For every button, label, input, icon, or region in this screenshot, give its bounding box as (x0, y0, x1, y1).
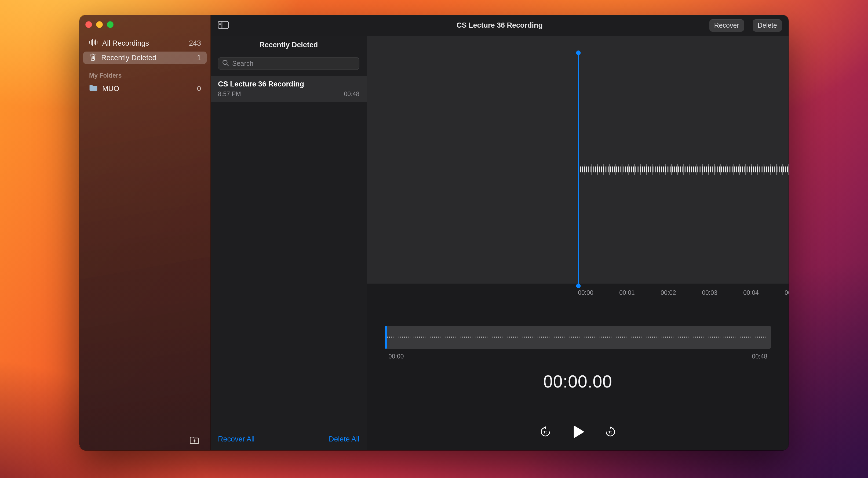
sidebar-item-label: MUO (102, 85, 119, 93)
toggle-sidebar-button[interactable] (217, 20, 229, 31)
sidebar-item-label: Recently Deleted (101, 54, 156, 62)
ruler-label: 00:05 (784, 289, 788, 296)
recording-time: 8:57 PM (218, 90, 241, 98)
delete-button[interactable]: Delete (753, 19, 782, 32)
sidebar-item-label: All Recordings (102, 39, 149, 48)
list-footer: Recover All Delete All (211, 430, 367, 450)
skip-back-15-icon: 15 (539, 426, 551, 439)
voice-memos-window: All Recordings 243 Recently Deleted 1 My… (80, 15, 788, 450)
search-input[interactable] (232, 60, 355, 67)
sidebar-item-count: 243 (189, 39, 201, 48)
overview-scrubber[interactable] (384, 326, 771, 349)
sidebar-list: All Recordings 243 Recently Deleted 1 My… (80, 37, 210, 97)
waveform-line (579, 167, 788, 172)
player-pane: 00:00 00:01 00:02 00:03 00:04 00:05 00:0… (367, 36, 788, 450)
play-icon (570, 424, 586, 440)
minimize-window-button[interactable] (96, 21, 103, 28)
window-controls (85, 21, 114, 28)
ruler-label: 00:04 (743, 289, 759, 296)
delete-all-button[interactable]: Delete All (329, 435, 360, 443)
zoom-window-button[interactable] (107, 21, 114, 28)
overview-waveform (387, 337, 768, 338)
sidebar-toggle-icon (217, 20, 229, 31)
svg-text:15: 15 (608, 430, 612, 434)
content-area: CS Lecture 36 Recording Recover Delete R… (211, 15, 788, 450)
folder-icon (89, 84, 98, 93)
overview-labels: 00:00 00:48 (384, 353, 771, 360)
toolbar: CS Lecture 36 Recording Recover Delete (211, 15, 788, 36)
close-window-button[interactable] (85, 21, 92, 28)
playhead[interactable] (578, 53, 579, 286)
new-folder-button[interactable] (189, 436, 200, 446)
ruler-label: 00:01 (619, 289, 635, 296)
recordings-list-pane: Recently Deleted CS Lecture 36 Recording… (211, 36, 367, 450)
overview-start-label: 00:00 (389, 353, 404, 360)
playhead-top-dot (576, 51, 581, 55)
recording-list-item[interactable]: CS Lecture 36 Recording 8:57 PM 00:48 (211, 76, 367, 102)
recording-title: CS Lecture 36 Recording (218, 80, 360, 88)
skip-forward-15-icon: 15 (604, 426, 616, 439)
waveform-icon (89, 38, 98, 48)
skip-back-15-button[interactable]: 15 (539, 426, 551, 439)
recording-duration: 00:48 (344, 90, 360, 98)
toolbar-actions: Recover Delete (709, 19, 782, 32)
overview-playhead[interactable] (385, 326, 387, 349)
svg-text:15: 15 (543, 430, 547, 434)
skip-forward-15-button[interactable]: 15 (604, 426, 616, 439)
search-icon (222, 59, 230, 68)
time-ruler: 00:00 00:01 00:02 00:03 00:04 00:05 (367, 283, 788, 302)
sidebar-item-recently-deleted[interactable]: Recently Deleted 1 (83, 52, 207, 64)
trash-icon (89, 53, 97, 63)
recover-button[interactable]: Recover (709, 19, 744, 32)
current-time: 00:00.00 (367, 372, 788, 391)
sidebar-item-count: 1 (197, 54, 201, 62)
sidebar-item-count: 0 (197, 85, 201, 93)
desktop: { "window": { "title": "CS Lecture 36 Re… (0, 0, 868, 478)
sidebar-item-folder-muo[interactable]: MUO 0 (83, 83, 207, 95)
list-header: Recently Deleted (211, 36, 367, 49)
new-folder-icon (189, 442, 200, 446)
sidebar: All Recordings 243 Recently Deleted 1 My… (80, 15, 211, 450)
transport-controls: 15 (367, 417, 788, 447)
ruler-label: 00:03 (702, 289, 717, 296)
play-button[interactable] (570, 424, 586, 440)
sidebar-item-all-recordings[interactable]: All Recordings 243 (83, 37, 207, 50)
waveform-zoom-area[interactable] (367, 36, 788, 283)
window-title: CS Lecture 36 Recording (211, 21, 788, 30)
sidebar-section-label: My Folders (89, 72, 210, 79)
ruler-label: 00:00 (578, 289, 593, 296)
search-field[interactable] (218, 57, 360, 70)
ruler-label: 00:02 (660, 289, 676, 296)
overview-end-label: 00:48 (752, 353, 767, 360)
panes: Recently Deleted CS Lecture 36 Recording… (211, 36, 788, 450)
recover-all-button[interactable]: Recover All (218, 435, 255, 443)
